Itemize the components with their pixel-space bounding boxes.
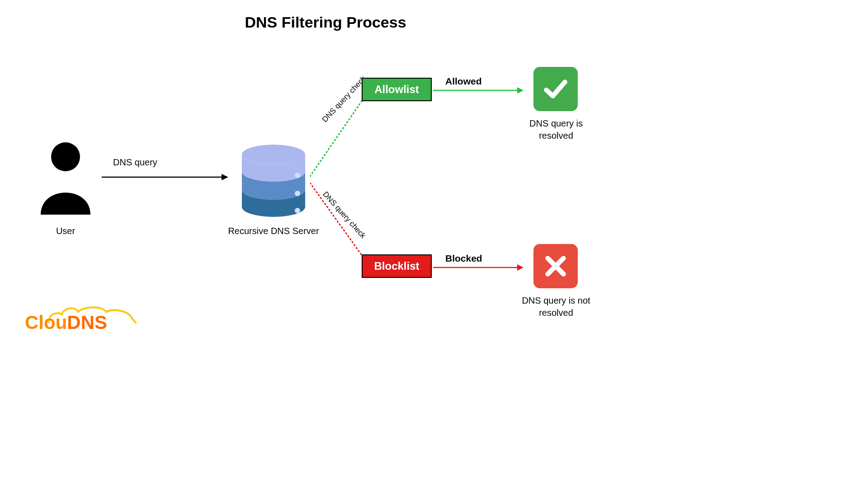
- check-icon: [533, 67, 578, 111]
- query-check-label-top: DNS query check: [321, 74, 368, 124]
- svg-point-5: [295, 191, 300, 196]
- svg-line-8: [310, 183, 364, 259]
- logo-text-part2: DNS: [67, 312, 107, 333]
- cloudns-logo: ClouDNS: [25, 312, 107, 333]
- arrow-blocklist-to-result: [433, 264, 524, 271]
- blocked-label: Blocked: [445, 253, 482, 264]
- allowed-label: Allowed: [445, 76, 482, 87]
- svg-marker-10: [517, 87, 524, 94]
- svg-marker-12: [517, 264, 524, 271]
- dns-query-label: DNS query: [113, 157, 157, 168]
- svg-point-0: [51, 142, 80, 171]
- not-resolved-label: DNS query is not resolved: [518, 295, 594, 319]
- diagram-title: DNS Filtering Process: [0, 14, 651, 31]
- allowlist-box: Allowlist: [362, 78, 432, 101]
- arrow-user-to-server: [102, 173, 228, 182]
- blocklist-box: Blocklist: [362, 254, 432, 278]
- resolved-label: DNS query is resolved: [518, 117, 594, 142]
- cross-icon: [533, 244, 578, 288]
- svg-point-3: [242, 145, 305, 164]
- svg-marker-2: [222, 174, 228, 180]
- server-label: Recursive DNS Server: [222, 226, 326, 236]
- logo-text-part1: Clou: [25, 312, 67, 333]
- svg-point-6: [295, 208, 300, 213]
- user-label: User: [43, 226, 88, 236]
- dotted-line-allowlist: [310, 90, 401, 181]
- svg-point-4: [295, 173, 300, 178]
- query-check-label-bottom: DNS query check: [321, 190, 368, 240]
- user-icon: [38, 138, 93, 215]
- database-icon: [240, 145, 307, 217]
- arrow-allowlist-to-result: [433, 87, 524, 94]
